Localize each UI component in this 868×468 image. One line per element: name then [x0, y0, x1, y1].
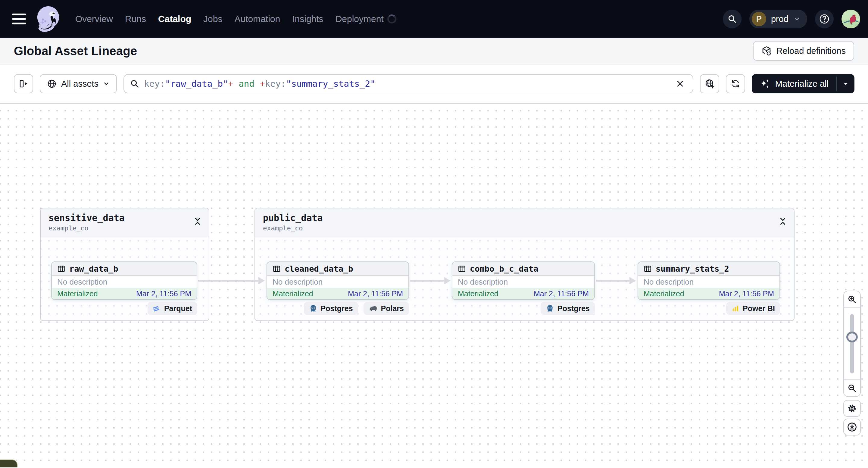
tag-row: Postgres Polars: [267, 302, 409, 315]
asset-search-input[interactable]: key:"raw_data_b"+ and +key:"summary_stat…: [123, 74, 693, 93]
reload-cube-icon: [762, 46, 772, 56]
page-header: Global Asset Lineage Reload definitions: [0, 38, 868, 64]
group-header[interactable]: public_data example_co: [255, 209, 794, 237]
table-icon: [458, 265, 466, 273]
postgres-icon: [309, 304, 317, 313]
kind-tag-parquet[interactable]: Parquet: [148, 302, 197, 315]
tag-label: Polars: [381, 304, 404, 313]
loading-spinner-icon: [387, 14, 396, 24]
caret-down-icon: [842, 81, 849, 87]
sparkles-icon: [760, 78, 770, 89]
gear-icon: [847, 404, 857, 413]
nav-item-jobs[interactable]: Jobs: [203, 14, 222, 24]
reload-definitions-button[interactable]: Reload definitions: [753, 41, 854, 61]
asset-node-combo-b-c-data[interactable]: combo_b_c_data No description Materializ…: [452, 261, 595, 300]
materialization-timestamp[interactable]: Mar 2, 11:56 PM: [719, 289, 774, 298]
tag-row: Power BI: [638, 302, 780, 315]
asset-node-summary-stats-2[interactable]: summary_stats_2 No description Materiali…: [638, 261, 780, 300]
clear-search-button[interactable]: [674, 77, 687, 90]
zoom-slider-thumb[interactable]: [846, 332, 858, 342]
materialize-all-split-button: Materialize all: [752, 74, 855, 93]
kind-tag-polars[interactable]: Polars: [364, 302, 409, 315]
refresh-graph-button[interactable]: [726, 74, 745, 93]
asset-description: No description: [458, 277, 508, 287]
search-query-text: key:"raw_data_b"+ and +key:"summary_stat…: [144, 79, 669, 89]
graph-settings-button[interactable]: [843, 400, 861, 417]
materialize-options-button[interactable]: [837, 74, 855, 93]
postgres-icon: [546, 304, 554, 313]
dagster-logo[interactable]: [34, 4, 63, 34]
tag-label: Postgres: [557, 304, 590, 313]
status-badge: Materialized: [458, 289, 498, 298]
zoom-out-button[interactable]: [844, 379, 860, 396]
tag-row: Parquet: [51, 302, 197, 315]
minimap-corner: [0, 460, 18, 467]
asset-node-raw-data-b[interactable]: raw_data_b No description Materialized M…: [51, 261, 197, 300]
powerbi-icon: [731, 305, 739, 313]
collapse-group-icon[interactable]: [779, 217, 787, 225]
materialize-all-button[interactable]: Materialize all: [752, 74, 836, 93]
kind-tag-powerbi[interactable]: Power BI: [726, 302, 780, 315]
nav-item-runs[interactable]: Runs: [125, 14, 146, 24]
kind-tag-postgres[interactable]: Postgres: [304, 302, 358, 315]
globe-icon: [47, 79, 57, 89]
asset-description: No description: [273, 277, 322, 287]
collapse-group-icon[interactable]: [194, 217, 202, 225]
materialize-all-label: Materialize all: [775, 79, 829, 89]
tag-label: Parquet: [164, 304, 192, 313]
top-nav-bar: Overview Runs Catalog Jobs Automation In…: [0, 0, 868, 38]
lineage-edge: [410, 280, 444, 282]
add-selection-scope-button[interactable]: [700, 74, 719, 93]
zoom-in-icon: [847, 295, 857, 304]
group-header[interactable]: sensitive_data example_co: [41, 209, 209, 237]
reload-definitions-label: Reload definitions: [776, 46, 846, 56]
asset-node-cleaned-data-b[interactable]: cleaned_data_b No description Materializ…: [267, 261, 409, 300]
download-icon: [847, 422, 857, 432]
asset-name: combo_b_c_data: [470, 264, 538, 274]
global-search-button[interactable]: [723, 10, 742, 28]
zoom-in-button[interactable]: [844, 291, 860, 308]
kind-tag-postgres[interactable]: Postgres: [540, 302, 595, 315]
refresh-icon: [731, 79, 741, 89]
table-icon: [644, 265, 652, 273]
lineage-canvas[interactable]: sensitive_data example_co public_data ex…: [0, 103, 868, 467]
nav-item-catalog[interactable]: Catalog: [158, 14, 191, 24]
question-icon: [818, 13, 830, 25]
zoom-slider-track[interactable]: [850, 314, 854, 373]
lineage-toolbar: All assets key:"raw_data_b"+ and +key:"s…: [0, 64, 868, 103]
asset-description: No description: [57, 277, 107, 287]
tag-row: Postgres: [452, 302, 595, 315]
asset-scope-label: All assets: [61, 79, 98, 89]
chevron-down-icon: [103, 81, 110, 87]
zoom-slider[interactable]: [844, 308, 860, 379]
nav-item-insights[interactable]: Insights: [292, 14, 323, 24]
asset-name: summary_stats_2: [656, 264, 729, 274]
nav-item-automation[interactable]: Automation: [234, 14, 280, 24]
nav-item-deployment[interactable]: Deployment: [336, 14, 384, 24]
asset-scope-dropdown[interactable]: All assets: [40, 74, 117, 93]
lineage-edge: [198, 280, 259, 282]
chevron-down-icon: [793, 15, 801, 23]
materialization-timestamp[interactable]: Mar 2, 11:56 PM: [136, 289, 191, 298]
group-name: sensitive_data: [49, 213, 125, 223]
user-avatar[interactable]: [841, 10, 860, 28]
search-icon: [727, 14, 737, 24]
menu-hamburger-icon[interactable]: [12, 13, 26, 24]
open-sidebar-panel-button[interactable]: [14, 74, 33, 93]
deployment-name: prod: [771, 14, 788, 24]
materialization-timestamp[interactable]: Mar 2, 11:56 PM: [348, 289, 403, 298]
help-button[interactable]: [815, 10, 834, 28]
asset-description: No description: [644, 277, 693, 287]
download-image-button[interactable]: [843, 418, 861, 435]
materialization-timestamp[interactable]: Mar 2, 11:56 PM: [534, 289, 589, 298]
deployment-switcher[interactable]: P prod: [749, 10, 807, 28]
table-icon: [57, 265, 65, 273]
globe-plus-icon: [705, 79, 715, 89]
search-icon: [130, 79, 139, 88]
zoom-control-stack: [843, 291, 861, 397]
lineage-edge: [596, 280, 630, 282]
table-icon: [273, 265, 281, 273]
parquet-icon: [153, 305, 161, 313]
nav-item-overview[interactable]: Overview: [75, 14, 113, 24]
group-code-location: example_co: [49, 224, 125, 232]
